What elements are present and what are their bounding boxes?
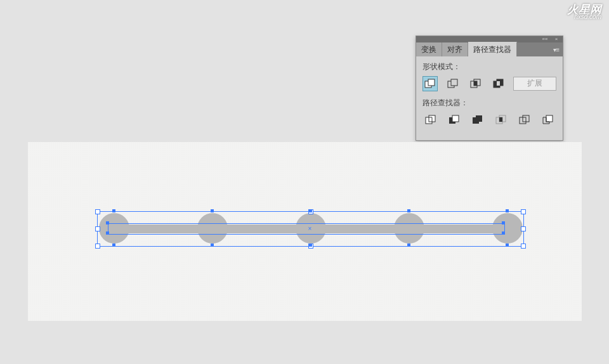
anchor-point[interactable] bbox=[309, 244, 312, 247]
svg-rect-15 bbox=[452, 115, 459, 122]
circle-shape[interactable] bbox=[394, 213, 424, 244]
outline-button[interactable] bbox=[517, 112, 533, 127]
pathfinder-panel: «« × 变换 对齐 路径查找器 ▾≡ 形状模式： 扩展 路径查找器： bbox=[416, 36, 563, 141]
anchor-point[interactable] bbox=[407, 244, 410, 247]
circle-shape[interactable] bbox=[492, 213, 523, 244]
crop-icon bbox=[495, 115, 507, 125]
trim-button[interactable] bbox=[446, 112, 462, 127]
circle-shape[interactable] bbox=[296, 213, 326, 244]
unite-icon bbox=[424, 79, 436, 89]
panel-body: 形状模式： 扩展 路径查找器： bbox=[416, 56, 563, 140]
svg-rect-6 bbox=[474, 81, 477, 86]
anchor-point[interactable] bbox=[211, 244, 214, 247]
minimize-icon[interactable]: «« bbox=[541, 37, 549, 41]
tab-spacer: ▾≡ bbox=[517, 42, 563, 56]
tab-transform[interactable]: 变换 bbox=[416, 42, 442, 56]
intersect-icon bbox=[470, 79, 481, 89]
tab-align[interactable]: 对齐 bbox=[442, 42, 468, 56]
pathfinders-row bbox=[422, 112, 556, 127]
selection-handle[interactable] bbox=[521, 244, 526, 249]
pathfinders-label: 路径查找器： bbox=[422, 98, 556, 108]
expand-button[interactable]: 扩展 bbox=[513, 77, 556, 91]
minus-back-button[interactable] bbox=[540, 112, 556, 127]
watermark: 火星网 hxsd.com bbox=[567, 4, 601, 20]
panel-tabs: 变换 对齐 路径查找器 ▾≡ bbox=[416, 42, 563, 56]
anchor-point[interactable] bbox=[309, 209, 312, 212]
circle-shape[interactable] bbox=[197, 213, 228, 244]
svg-rect-9 bbox=[497, 81, 500, 86]
selection-handle[interactable] bbox=[95, 209, 100, 214]
trim-icon bbox=[449, 115, 460, 125]
anchor-point[interactable] bbox=[502, 221, 505, 224]
svg-rect-20 bbox=[499, 117, 502, 122]
minus-front-button[interactable] bbox=[445, 76, 461, 91]
anchor-point[interactable] bbox=[106, 221, 109, 224]
unite-button[interactable] bbox=[422, 76, 438, 91]
divide-icon bbox=[425, 115, 436, 125]
panel-menu-icon[interactable]: ▾≡ bbox=[553, 46, 559, 53]
anchor-point[interactable] bbox=[502, 231, 505, 235]
shape-modes-row: 扩展 bbox=[422, 76, 556, 91]
tab-pathfinder[interactable]: 路径查找器 bbox=[468, 42, 517, 56]
anchor-point[interactable] bbox=[407, 209, 410, 212]
anchor-point[interactable] bbox=[506, 244, 509, 247]
anchor-point[interactable] bbox=[211, 209, 214, 212]
anchor-point[interactable] bbox=[106, 231, 109, 235]
crop-button[interactable] bbox=[494, 112, 509, 127]
close-icon[interactable]: × bbox=[553, 37, 560, 41]
anchor-point[interactable] bbox=[112, 244, 115, 247]
minus-back-icon bbox=[542, 115, 554, 125]
exclude-icon bbox=[493, 79, 504, 89]
anchor-point[interactable] bbox=[112, 209, 115, 212]
merge-button[interactable] bbox=[469, 112, 485, 127]
svg-rect-23 bbox=[546, 115, 553, 122]
circle-shape[interactable] bbox=[99, 213, 129, 244]
minus-front-icon bbox=[447, 79, 459, 89]
divide-button[interactable] bbox=[422, 112, 438, 127]
intersect-button[interactable] bbox=[468, 76, 483, 91]
anchor-point[interactable] bbox=[506, 209, 509, 212]
selection-handle[interactable] bbox=[95, 244, 100, 249]
svg-rect-1 bbox=[428, 79, 435, 86]
exclude-button[interactable] bbox=[491, 76, 506, 91]
shape-modes-label: 形状模式： bbox=[422, 62, 556, 72]
merge-icon bbox=[472, 115, 483, 125]
outline-icon bbox=[519, 115, 530, 125]
selection-handle[interactable] bbox=[521, 209, 526, 214]
svg-rect-17 bbox=[476, 115, 482, 122]
artboard[interactable]: × bbox=[28, 142, 582, 321]
svg-rect-3 bbox=[451, 79, 457, 86]
